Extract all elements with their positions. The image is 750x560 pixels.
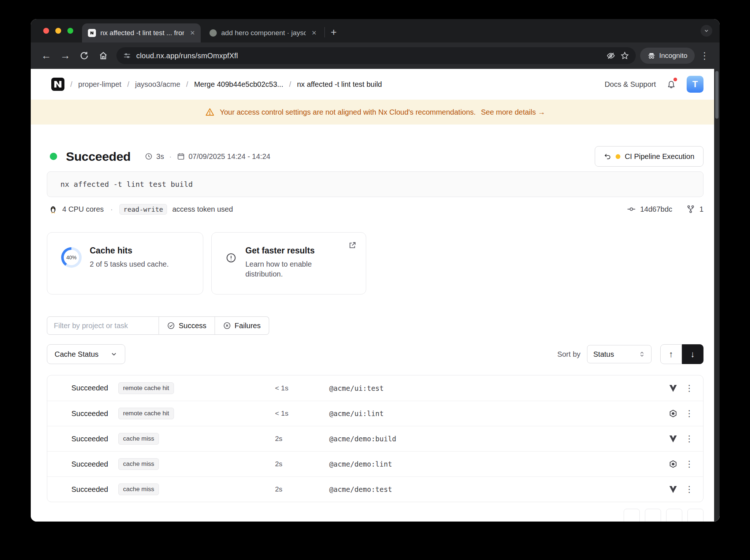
sort-descending-button[interactable]: ↓ (682, 344, 703, 364)
task-status: Succeeded (71, 435, 118, 443)
breadcrumb-item-workspace[interactable]: proper-limpet (78, 80, 122, 89)
breadcrumb-separator: / (127, 80, 129, 89)
notification-dot (673, 78, 677, 81)
pagination-button[interactable] (624, 509, 640, 522)
commit-hash[interactable]: 14d67bdc (640, 205, 672, 214)
success-filter-button[interactable]: Success (159, 316, 215, 335)
return-arrow-icon (604, 153, 611, 160)
eslint-icon (663, 409, 683, 418)
task-row[interactable]: Succeeded remote cache hit < 1s @acme/ui… (47, 401, 703, 426)
cache-percent: 40% (64, 250, 79, 265)
filter-bar: Success Failures (47, 316, 703, 335)
sort-value: Status (593, 350, 614, 359)
back-icon[interactable]: ← (37, 47, 55, 64)
breadcrumb-separator: / (70, 80, 73, 89)
task-status: Succeeded (71, 485, 118, 494)
cache-badge: remote cache hit (118, 382, 174, 394)
close-window-button[interactable] (43, 28, 49, 34)
eye-off-icon[interactable] (606, 51, 615, 60)
cache-card-title: Cache hits (90, 246, 169, 256)
close-icon[interactable]: × (310, 28, 318, 38)
task-duration: 2s (275, 485, 329, 493)
vitest-icon (663, 384, 683, 393)
minimize-window-button[interactable] (55, 28, 61, 34)
browser-window: nx affected -t lint test ... from × add … (31, 19, 720, 522)
filter-input[interactable] (54, 322, 152, 330)
zoom-window-button[interactable] (67, 28, 73, 34)
desktop-background: nx affected -t lint test ... from × add … (0, 0, 750, 560)
avatar[interactable]: T (687, 76, 703, 93)
vitest-icon (663, 485, 683, 494)
sort-select[interactable]: Status (587, 345, 651, 363)
task-row[interactable]: Succeeded cache miss 2s @acme/demo:lint … (47, 451, 703, 476)
task-name[interactable]: @acme/ui:lint (329, 409, 663, 418)
reload-icon[interactable] (75, 47, 93, 64)
notifications-bell-icon[interactable] (666, 79, 676, 89)
banner-link[interactable]: See more details → (481, 108, 545, 116)
get-faster-results-card[interactable]: Get faster results Learn how to enable d… (211, 232, 366, 294)
incognito-badge[interactable]: Incognito (640, 48, 695, 64)
cache-status-label: Cache Status (55, 350, 99, 359)
site-settings-icon[interactable] (123, 52, 131, 60)
forward-icon[interactable]: → (56, 47, 74, 64)
external-link-icon[interactable] (348, 241, 356, 249)
task-name[interactable]: @acme/demo:build (329, 435, 663, 443)
separator-dot: · (110, 205, 113, 214)
run-datetime: 07/09/2025 14:24 - 14:24 (189, 152, 271, 161)
new-tab-button[interactable]: + (327, 27, 340, 37)
tab-hero-component[interactable]: add hero component · jaysoo × (204, 23, 322, 42)
failures-filter-button[interactable]: Failures (215, 316, 269, 335)
task-row[interactable]: Succeeded cache miss 2s @acme/demo:test … (47, 476, 703, 502)
cache-status-dropdown[interactable]: Cache Status (47, 344, 125, 364)
eslint-icon (663, 460, 683, 468)
sort-ascending-button[interactable]: ↑ (660, 344, 682, 364)
bookmark-star-icon[interactable] (620, 51, 629, 60)
scrollbar-track[interactable] (714, 69, 720, 522)
address-bar[interactable]: cloud.nx.app/runs/smOmxpfXfl (116, 47, 636, 64)
kebab-menu-icon[interactable]: ⋮ (683, 383, 695, 393)
kebab-menu-icon[interactable]: ⋮ (683, 459, 695, 469)
run-duration: 3s (156, 152, 164, 161)
pagination-button[interactable] (687, 509, 703, 522)
page-viewport: / proper-limpet / jaysoo3/acme / Merge 4… (31, 69, 720, 522)
faster-card-title: Get faster results (245, 246, 333, 256)
task-name[interactable]: @acme/demo:lint (329, 460, 663, 468)
task-row[interactable]: Succeeded cache miss 2s @acme/demo:build… (47, 426, 703, 451)
close-icon[interactable]: × (189, 28, 196, 38)
breadcrumb-item-commit[interactable]: Merge 409b44e5cb02c53... (194, 80, 283, 89)
branch-count[interactable]: 1 (699, 205, 703, 214)
breadcrumb-separator: / (186, 80, 188, 89)
breadcrumb-item-run[interactable]: nx affected -t lint test build (297, 80, 382, 89)
url-text[interactable]: cloud.nx.app/runs/smOmxpfXfl (136, 52, 601, 60)
kebab-menu-icon[interactable]: ⋮ (683, 408, 695, 419)
calendar-icon (177, 152, 185, 160)
tab-separator (324, 27, 325, 37)
task-row[interactable]: Succeeded remote cache hit < 1s @acme/ui… (47, 375, 703, 401)
task-status: Succeeded (71, 384, 118, 392)
kebab-menu-icon[interactable]: ⋮ (683, 484, 695, 494)
pagination-button[interactable] (666, 509, 682, 522)
home-icon[interactable] (94, 47, 112, 64)
breadcrumb-item-repo[interactable]: jaysoo3/acme (135, 80, 180, 89)
pagination-button[interactable] (645, 509, 661, 522)
breadcrumb: / proper-limpet / jaysoo3/acme / Merge 4… (51, 78, 382, 91)
cache-hits-card: 40% Cache hits 2 of 5 tasks used cache. (47, 232, 203, 294)
task-name[interactable]: @acme/demo:test (329, 485, 663, 493)
scrollbar-thumb[interactable] (715, 71, 719, 119)
nx-logo[interactable] (51, 78, 64, 91)
ci-pipeline-execution-button[interactable]: CI Pipeline Execution (595, 146, 703, 167)
browser-menu-icon[interactable]: ⋮ (696, 50, 713, 62)
task-duration: 2s (275, 435, 329, 443)
kebab-menu-icon[interactable]: ⋮ (683, 434, 695, 444)
run-meta-row: 4 CPU cores · read-write access token us… (47, 203, 703, 215)
tab-nx-run[interactable]: nx affected -t lint test ... from × (82, 23, 201, 42)
warning-icon (205, 107, 215, 117)
window-controls (43, 19, 73, 42)
task-name[interactable]: @acme/ui:test (329, 384, 663, 392)
tab-search-button[interactable] (701, 25, 712, 37)
faster-card-subtitle[interactable]: Learn how to enable distribution. (245, 259, 333, 279)
docs-support-link[interactable]: Docs & Support (605, 80, 656, 89)
cache-badge: remote cache hit (118, 408, 174, 419)
sort-by-label: Sort by (557, 350, 580, 359)
breadcrumb-separator: / (289, 80, 291, 89)
